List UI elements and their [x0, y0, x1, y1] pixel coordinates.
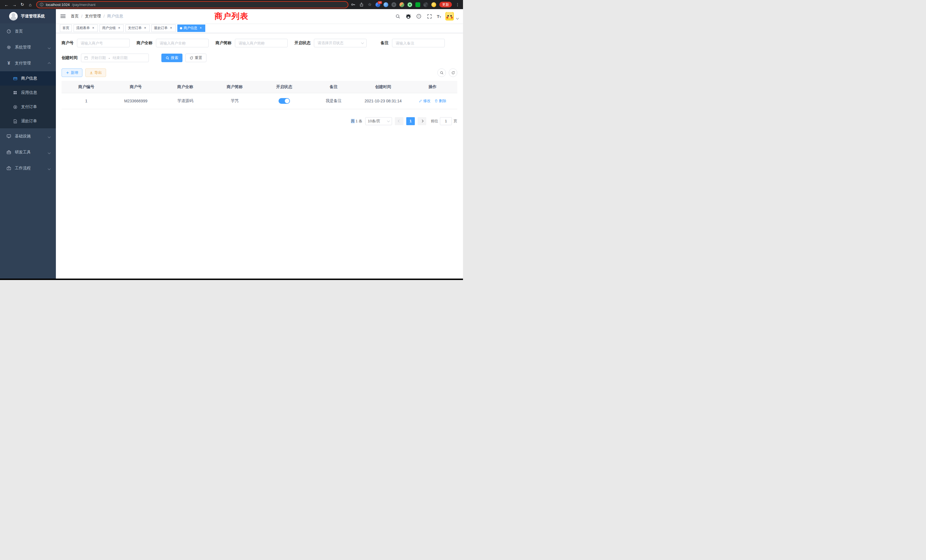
tab-close-icon[interactable]: × — [199, 26, 203, 30]
share-icon[interactable] — [359, 2, 364, 7]
full-name-input[interactable] — [156, 39, 209, 47]
page-size-select[interactable]: 10条/页 — [365, 117, 392, 125]
sidebar-item-dev-tools[interactable]: 研发工具 — [0, 144, 56, 160]
browser-toolbar: ← → ↻ ⌂ localhost:1024/pay/merchant ☆ — [0, 0, 463, 9]
export-button[interactable]: 导出 — [85, 68, 106, 77]
chevron-down-icon — [48, 134, 50, 139]
extension-emoji-icon[interactable] — [431, 2, 436, 7]
tab-close-icon[interactable]: × — [169, 26, 173, 30]
status-toggle[interactable] — [278, 98, 290, 104]
sidebar-item-workflow[interactable]: 工作流程 — [0, 160, 56, 176]
svg-text:?: ? — [418, 15, 420, 18]
reset-button[interactable]: 重置 — [185, 54, 206, 62]
help-icon[interactable]: ? — [416, 13, 422, 20]
tab-refund-order[interactable]: 退款订单 × — [151, 24, 176, 32]
tab-close-icon[interactable]: × — [143, 26, 147, 30]
tab-merchant-info[interactable]: 商户信息 × — [177, 24, 205, 32]
prev-page-button[interactable] — [395, 117, 403, 125]
remark-input[interactable] — [392, 39, 445, 47]
breadcrumb-payment[interactable]: 支付管理 — [85, 14, 101, 19]
sidebar-item-system[interactable]: 系统管理 — [0, 39, 56, 55]
reset-button-label: 重置 — [195, 55, 202, 61]
app-title: 芋道管理系统 — [21, 14, 45, 19]
github-icon[interactable] — [405, 13, 412, 20]
app-logo[interactable]: 芋道管理系统 — [0, 9, 56, 23]
delete-link[interactable]: 删除 — [434, 98, 446, 103]
extension-drop-icon[interactable] — [383, 2, 388, 7]
extension-dark-icon[interactable] — [392, 2, 396, 7]
merchant-no-input[interactable] — [77, 39, 130, 47]
extension-green-square-icon[interactable] — [415, 2, 420, 7]
url-host: localhost:1024 — [46, 3, 70, 7]
cell-short-name: 芋艿 — [210, 93, 260, 109]
sidebar-item-refund-order[interactable]: 退款订单 — [0, 114, 56, 128]
create-time-label: 创建时间 — [62, 55, 77, 61]
sidebar-item-payment-order[interactable]: 支付订单 — [0, 100, 56, 114]
browser-reload-button[interactable]: ↻ — [18, 1, 26, 8]
cell-remark: 我是备注 — [309, 93, 359, 109]
document-icon — [12, 119, 18, 123]
fullscreen-icon[interactable] — [426, 13, 433, 20]
sidebar-item-merchant-info[interactable]: 商户信息 — [0, 71, 56, 86]
sidebar-item-infrastructure[interactable]: 基础设施 — [0, 128, 56, 144]
next-page-button[interactable] — [418, 117, 426, 125]
chevron-down-icon — [48, 45, 50, 50]
extension-pinwheel-icon[interactable] — [424, 2, 428, 7]
page-label: 页 — [454, 119, 457, 124]
font-size-icon[interactable]: TT — [437, 14, 441, 18]
col-remark: 备注 — [309, 81, 359, 93]
extension-avatar-icon[interactable] — [399, 2, 404, 7]
browser-forward-button[interactable]: → — [11, 1, 18, 8]
user-menu-caret-icon[interactable] — [457, 15, 458, 20]
address-bar[interactable]: localhost:1024/pay/merchant — [36, 1, 348, 8]
tab-payment-order[interactable]: 支付订单 × — [126, 24, 150, 32]
password-key-icon[interactable] — [351, 2, 356, 7]
browser-update-button[interactable]: 更新 — [439, 2, 452, 8]
goto-page-input[interactable] — [440, 117, 452, 125]
short-name-input[interactable] — [235, 39, 287, 47]
cell-full-name: 芋道源码 — [160, 93, 210, 109]
edit-link[interactable]: 修改 — [419, 98, 431, 103]
grid-icon — [12, 91, 18, 95]
tab-close-icon[interactable]: × — [91, 26, 95, 30]
extension-puzzle-icon[interactable] — [375, 2, 380, 7]
tab-process-form[interactable]: 流程表单 × — [74, 24, 98, 32]
site-info-icon[interactable] — [39, 3, 44, 6]
page-number-1[interactable]: 1 — [406, 117, 415, 125]
search-button[interactable]: 搜索 — [161, 54, 183, 62]
total-prefix: 共 — [351, 119, 355, 123]
sidebar-toggle-icon[interactable] — [61, 15, 65, 18]
tab-label: 用户分组 — [102, 26, 116, 30]
breadcrumb-home[interactable]: 首页 — [71, 14, 79, 19]
sidebar-item-app-info[interactable]: 应用信息 — [0, 86, 56, 100]
browser-menu-icon[interactable]: ⋮ — [455, 2, 460, 7]
header-search-icon[interactable] — [395, 13, 401, 20]
sidebar-item-home[interactable]: 首页 — [0, 23, 56, 39]
total-count: 1 — [356, 119, 357, 123]
status-select[interactable]: 请选择开启状态 — [314, 39, 367, 47]
browser-back-button[interactable]: ← — [3, 1, 10, 8]
col-merchant-no: 商户号 — [111, 81, 161, 93]
add-button[interactable]: 新增 — [62, 68, 82, 77]
cell-merchant-no: M233666999 — [111, 93, 161, 109]
tab-home[interactable]: 首页 — [60, 24, 72, 32]
bookmark-star-icon[interactable]: ☆ — [367, 2, 372, 7]
table-header-row: 商户编号 商户号 商户全称 商户简称 开启状态 备注 创建时间 操作 — [62, 81, 457, 93]
create-time-range-picker[interactable]: 开始日期 - 结束日期 — [81, 54, 149, 62]
sidebar-item-label: 研发工具 — [15, 150, 31, 155]
tab-close-icon[interactable]: × — [117, 26, 121, 30]
page-content: 商户号 商户全称 商户简称 开启状态 请选择开启状态 — [56, 33, 463, 280]
edit-link-label: 修改 — [423, 98, 431, 103]
breadcrumb-current: 商户信息 — [107, 14, 123, 19]
tab-user-group[interactable]: 用户分组 × — [100, 24, 124, 32]
page-size-value: 10条/页 — [368, 119, 380, 124]
extension-green-circle-icon[interactable] — [407, 2, 412, 7]
refresh-table-button[interactable] — [449, 68, 457, 77]
user-avatar[interactable] — [445, 12, 454, 21]
show-search-toggle-button[interactable] — [437, 68, 446, 77]
tab-label: 支付订单 — [128, 26, 142, 30]
sidebar-item-label: 工作流程 — [15, 166, 31, 171]
browser-home-button[interactable]: ⌂ — [27, 1, 34, 8]
cell-merchant-id: 1 — [62, 93, 111, 109]
sidebar-item-payment[interactable]: ¥ 支付管理 — [0, 55, 56, 71]
